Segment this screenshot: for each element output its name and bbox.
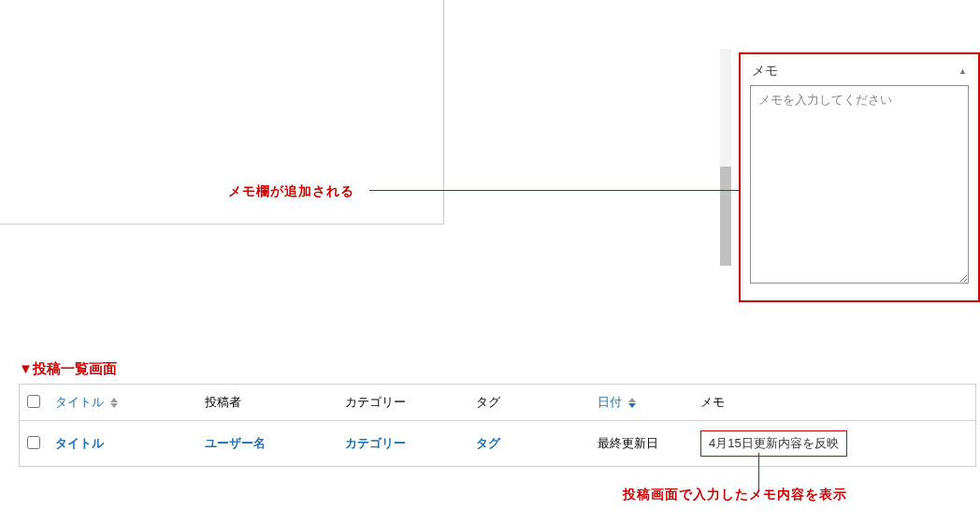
annotation-memo-added: メモ欄が追加される [228, 183, 354, 200]
date-cell: 最終更新日 [590, 421, 693, 467]
annotation-line [369, 190, 739, 191]
category-column-header: カテゴリー [338, 385, 468, 421]
date-header-label: 日付 [598, 395, 622, 409]
memo-cell-value: 4月15日更新内容を反映 [700, 430, 847, 457]
memo-column-header: メモ [693, 385, 976, 421]
scrollbar-track[interactable] [720, 49, 731, 247]
tag-cell: タグ [468, 421, 590, 467]
posts-list-table: タイトル 投稿者 カテゴリー タグ 日付 メモ タイトル ユーザー名 [19, 384, 976, 467]
date-column-header[interactable]: 日付 [590, 385, 693, 421]
collapse-toggle-icon[interactable]: ▲ [958, 66, 967, 76]
author-cell: ユーザー名 [197, 421, 338, 467]
tag-link[interactable]: タグ [476, 436, 500, 450]
table-row: タイトル ユーザー名 カテゴリー タグ 最終更新日 4月15日更新内容を反映 [20, 421, 976, 467]
memo-title: メモ [752, 63, 778, 80]
select-all-checkbox[interactable] [27, 395, 40, 408]
row-checkbox-cell [20, 421, 49, 467]
table-header-row: タイトル 投稿者 カテゴリー タグ 日付 メモ [20, 385, 976, 421]
scrollbar-thumb[interactable] [720, 167, 731, 266]
category-cell: カテゴリー [338, 421, 468, 467]
category-link[interactable]: カテゴリー [345, 436, 406, 450]
title-column-header[interactable]: タイトル [48, 385, 197, 421]
sort-icon [110, 398, 118, 408]
memo-cell: 4月15日更新内容を反映 [693, 421, 976, 467]
tag-column-header: タグ [468, 385, 590, 421]
memo-header: メモ ▲ [741, 54, 978, 85]
author-link[interactable]: ユーザー名 [205, 436, 266, 450]
list-screen-heading: ▼投稿一覧画面 [19, 360, 117, 378]
title-cell: タイトル [48, 421, 197, 467]
select-all-header [20, 385, 49, 421]
annotation-memo-display: 投稿画面で入力したメモ内容を表示 [623, 487, 847, 503]
sort-icon [628, 398, 636, 408]
row-checkbox[interactable] [27, 436, 40, 449]
editor-area [0, 0, 444, 225]
memo-metabox: メモ ▲ [739, 52, 980, 302]
title-header-label: タイトル [55, 395, 104, 409]
author-column-header: 投稿者 [197, 385, 338, 421]
post-title-link[interactable]: タイトル [55, 436, 104, 450]
memo-textarea[interactable] [750, 85, 969, 284]
